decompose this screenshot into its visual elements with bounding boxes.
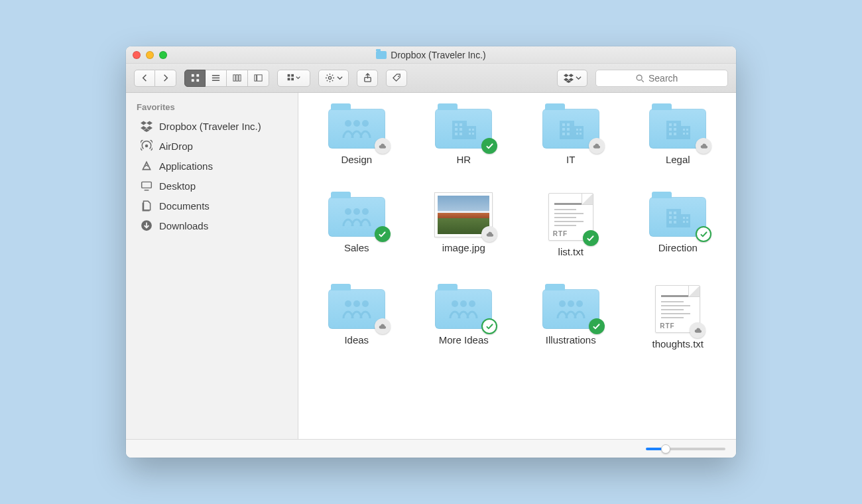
tags-button[interactable] bbox=[386, 70, 407, 87]
file-item[interactable]: Ideas bbox=[306, 285, 407, 349]
file-item[interactable]: Direction bbox=[628, 193, 729, 257]
file-name-label: Ideas bbox=[344, 334, 369, 346]
sidebar-item-label: Documents bbox=[159, 200, 210, 212]
sidebar-item[interactable]: Dropbox (Traveler Inc.) bbox=[126, 116, 298, 136]
window-controls bbox=[133, 51, 167, 59]
file-name-label: Sales bbox=[344, 242, 369, 253]
synced-badge-icon bbox=[589, 318, 605, 334]
sidebar-item[interactable]: Desktop bbox=[126, 176, 298, 196]
icon-size-slider[interactable] bbox=[646, 448, 725, 450]
cloud-badge-icon bbox=[589, 138, 605, 154]
nav-buttons bbox=[134, 70, 176, 87]
dropbox-icon bbox=[141, 120, 153, 132]
action-button[interactable] bbox=[318, 70, 349, 87]
file-item[interactable]: image.jpg bbox=[414, 193, 515, 257]
applications-icon bbox=[141, 160, 153, 172]
file-name-label: HR bbox=[456, 154, 471, 165]
close-window-button[interactable] bbox=[133, 51, 141, 59]
arrange-button[interactable] bbox=[277, 70, 310, 87]
cloud-badge-icon bbox=[375, 138, 391, 154]
file-name-label: thoughts.txt bbox=[652, 338, 704, 349]
file-item[interactable]: More Ideas bbox=[414, 285, 515, 349]
file-extension-label: RTF bbox=[553, 230, 568, 237]
column-view-button[interactable] bbox=[227, 70, 248, 87]
back-button[interactable] bbox=[134, 70, 155, 87]
cloud-badge-icon bbox=[690, 322, 706, 338]
file-extension-label: RTF bbox=[660, 322, 674, 330]
file-name-label: Design bbox=[341, 154, 372, 165]
sidebar-item[interactable]: Documents bbox=[126, 196, 298, 216]
file-item[interactable]: HR bbox=[414, 105, 515, 165]
titlebar[interactable]: Dropbox (Traveler Inc.) bbox=[126, 46, 736, 64]
airdrop-icon bbox=[141, 140, 153, 152]
sidebar-item-label: Dropbox (Traveler Inc.) bbox=[159, 121, 261, 132]
search-input[interactable] bbox=[648, 73, 688, 84]
search-field[interactable] bbox=[595, 70, 728, 87]
sidebar: Favorites Dropbox (Traveler Inc.)AirDrop… bbox=[126, 93, 298, 439]
minimize-window-button[interactable] bbox=[146, 51, 154, 59]
title-folder-icon bbox=[376, 51, 387, 59]
sidebar-item-label: Applications bbox=[159, 160, 213, 172]
dropbox-toolbar-button[interactable] bbox=[557, 70, 587, 87]
file-name-label: IT bbox=[566, 154, 575, 165]
synced-badge-icon bbox=[481, 318, 497, 334]
file-name-label: list.txt bbox=[558, 246, 584, 257]
list-view-button[interactable] bbox=[206, 70, 227, 87]
sidebar-item[interactable]: AirDrop bbox=[126, 136, 298, 156]
desktop-icon bbox=[141, 180, 153, 192]
window-title: Dropbox (Traveler Inc.) bbox=[391, 50, 485, 60]
file-name-label: Illustrations bbox=[546, 334, 596, 346]
synced-badge-icon bbox=[696, 226, 711, 242]
cloud-badge-icon bbox=[481, 226, 497, 242]
sidebar-heading: Favorites bbox=[126, 99, 298, 116]
status-bar bbox=[126, 439, 736, 458]
share-button[interactable] bbox=[357, 70, 378, 87]
file-item[interactable]: RTFlist.txt bbox=[521, 193, 621, 257]
documents-icon bbox=[141, 200, 153, 212]
sidebar-item-label: Desktop bbox=[159, 180, 196, 192]
synced-badge-icon bbox=[375, 226, 391, 242]
finder-window: Dropbox (Traveler Inc.) Favorites Dropbo… bbox=[126, 46, 736, 458]
file-name-label: image.jpg bbox=[442, 242, 485, 253]
search-icon bbox=[635, 74, 645, 83]
sidebar-item-label: Downloads bbox=[159, 220, 208, 231]
file-browser[interactable]: DesignHRITLegalSalesimage.jpgRTFlist.txt… bbox=[298, 93, 736, 439]
file-name-label: Legal bbox=[666, 154, 690, 165]
cloud-badge-icon bbox=[696, 138, 711, 154]
view-buttons bbox=[184, 70, 269, 87]
icon-view-button[interactable] bbox=[184, 70, 206, 87]
file-item[interactable]: RTFthoughts.txt bbox=[628, 285, 729, 349]
sidebar-item[interactable]: Applications bbox=[126, 156, 298, 176]
forward-button[interactable] bbox=[155, 70, 176, 87]
file-name-label: More Ideas bbox=[439, 334, 489, 346]
slider-knob[interactable] bbox=[661, 444, 670, 454]
file-item[interactable]: Design bbox=[306, 105, 407, 165]
gallery-view-button[interactable] bbox=[248, 70, 269, 87]
downloads-icon bbox=[141, 220, 153, 231]
synced-badge-icon bbox=[583, 230, 599, 246]
synced-badge-icon bbox=[481, 138, 497, 154]
toolbar bbox=[126, 64, 736, 93]
file-name-label: Direction bbox=[658, 242, 698, 253]
sidebar-item[interactable]: Downloads bbox=[126, 216, 298, 235]
file-item[interactable]: Illustrations bbox=[521, 285, 621, 349]
cloud-badge-icon bbox=[375, 318, 391, 334]
file-item[interactable]: Sales bbox=[306, 193, 407, 257]
file-item[interactable]: Legal bbox=[628, 105, 729, 165]
zoom-window-button[interactable] bbox=[159, 51, 167, 59]
file-item[interactable]: IT bbox=[521, 105, 621, 165]
sidebar-item-label: AirDrop bbox=[159, 141, 193, 152]
